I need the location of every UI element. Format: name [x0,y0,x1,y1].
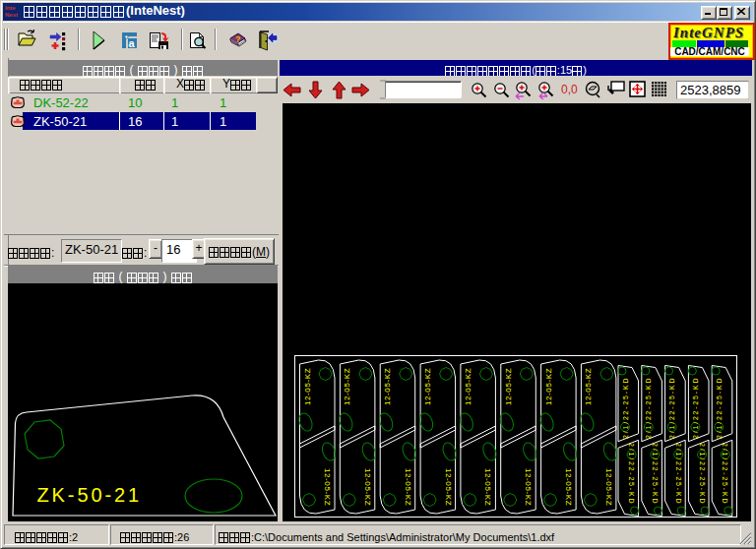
svg-text:2523,8859: 2523,8859 [680,83,740,97]
svg-text:a: a [129,37,136,49]
svg-text:0,0: 0,0 [561,83,578,96]
svg-text:ZK-50-21: ZK-50-21 [37,484,143,506]
svg-text:?: ? [235,34,241,44]
